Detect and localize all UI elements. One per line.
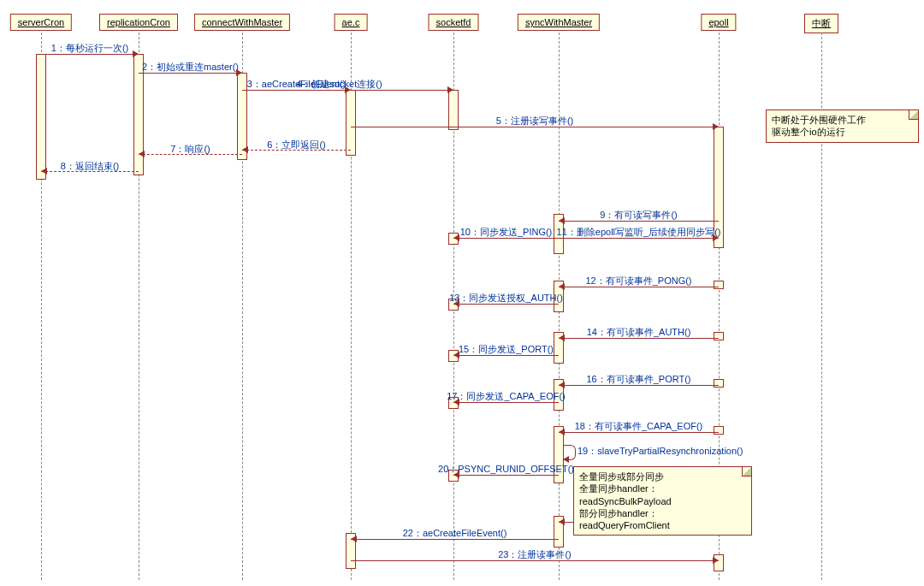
message: 16：有可读事件_PORT() (559, 385, 719, 386)
message-label: 19：slaveTryPartialResynchronization() (578, 445, 743, 458)
message: 8：返回结束() (41, 171, 139, 173)
lifeline-head-connectWithMaster: connectWithMaster (194, 14, 290, 31)
message-label: 2：初始或重连master() (142, 61, 239, 74)
arrowhead (713, 123, 719, 130)
arrowhead (236, 69, 242, 76)
message-label: 4：创建socket连接() (296, 78, 382, 91)
message-label: 8：返回结束() (61, 160, 119, 173)
arrowhead (559, 518, 565, 525)
lifeline-head-replicationCron: replicationCron (99, 14, 178, 31)
activation (36, 54, 46, 180)
message-label: 23：注册读事件() (498, 548, 572, 561)
arrowhead (559, 334, 565, 341)
message: 4：创建socket连接() (242, 90, 453, 91)
message-label: 12：有可读事件_PONG() (585, 275, 691, 287)
note: 中断处于外围硬件工作驱动整个io的运行 (766, 110, 919, 143)
arrowhead (351, 536, 357, 542)
message-label: 16：有可读事件_PORT() (586, 373, 690, 386)
arrowhead (453, 300, 459, 307)
lifeline-head-socketfd: socketfd (429, 14, 479, 31)
message-label: 13：同步发送授权_AUTH() (449, 292, 563, 305)
message: 15：同步发送_PORT() (453, 355, 559, 356)
lifeline-head-epoll: epoll (701, 14, 736, 31)
message-label: 1：每秒运行一次() (51, 42, 128, 55)
message: 14：有可读事件_AUTH() (559, 338, 719, 339)
message-label: 11：删除epoll写监听_后续使用同步写() (557, 226, 721, 239)
activation (448, 90, 459, 130)
message: 5：注册读写事件() (351, 127, 719, 127)
message: 11：删除epoll写监听_后续使用同步写() (559, 238, 719, 239)
arrowhead (41, 168, 47, 175)
sequence-diagram: serverCronreplicationCronconnectWithMast… (0, 0, 924, 586)
arrowhead (447, 86, 453, 93)
arrowhead (453, 471, 459, 478)
message: 6：立即返回() (242, 150, 351, 151)
message: 17：同步发送_CAPA_EOF() (453, 402, 559, 403)
message: 20：PSYNC_RUNID_OFFSET() (453, 475, 559, 476)
message: 22：aeCreateFileEvent() (351, 539, 559, 540)
message-label: 6：立即返回() (267, 139, 325, 151)
lifeline-head-ae: ae.c (335, 14, 368, 31)
arrowhead (559, 382, 565, 388)
activation (714, 426, 724, 435)
message-label: 14：有可读事件_AUTH() (587, 326, 691, 339)
arrowhead (559, 429, 565, 435)
arrowhead (713, 234, 719, 241)
arrowhead (453, 234, 459, 241)
message: 7：响应() (139, 154, 242, 156)
message-label: 9：有可读写事件() (600, 209, 677, 222)
message-label: 18：有可读事件_CAPA_EOF() (575, 420, 703, 433)
message-label: 5：注册读写事件() (496, 115, 573, 127)
arrowhead (453, 399, 459, 405)
activation (346, 90, 356, 156)
message: 2：初始或重连master() (139, 73, 242, 74)
message: 1：每秒运行一次() (41, 54, 139, 55)
arrowhead (559, 217, 565, 224)
message: 10：同步发送_PING() (453, 238, 559, 239)
arrowhead (133, 50, 139, 57)
lifeline-head-serverCron: serverCron (10, 14, 72, 31)
lifeline-head-syncWithMaster: syncWithMaster (518, 14, 600, 31)
arrowhead (559, 283, 565, 290)
message-label: 15：同步发送_PORT() (459, 343, 554, 356)
activation (714, 379, 724, 388)
message: 9：有可读写事件() (559, 221, 719, 222)
arrowhead (139, 151, 145, 157)
message-label: 7：响应() (170, 143, 210, 156)
message-label: 17：同步发送_CAPA_EOF() (447, 390, 566, 403)
arrowhead (453, 352, 459, 358)
message: 12：有可读事件_PONG() (559, 287, 719, 287)
arrowhead (242, 146, 248, 153)
arrowhead (713, 557, 719, 564)
lifeline-head-interrupt: 中断 (804, 14, 838, 33)
message-label: 22：aeCreateFileEvent() (403, 527, 507, 540)
activation (714, 281, 724, 289)
message: 23：注册读事件() (351, 560, 719, 561)
message: 13：同步发送授权_AUTH() (453, 304, 559, 305)
message: 18：有可读事件_CAPA_EOF() (559, 432, 719, 433)
activation (714, 332, 724, 340)
note: 全量同步或部分同步全量同步handler：readSyncBulkPayload… (573, 466, 752, 536)
message-label: 10：同步发送_PING() (460, 226, 553, 239)
